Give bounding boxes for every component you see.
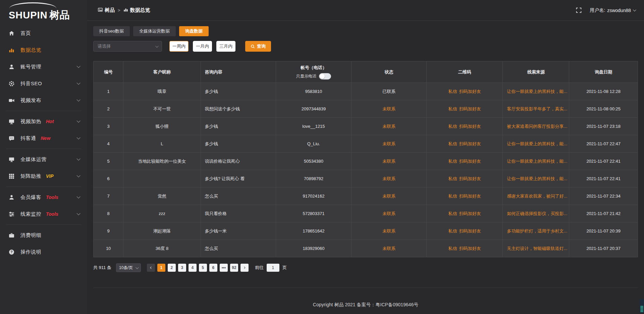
breadcrumb: 树品 > 数据总览 [98, 7, 150, 13]
breadcrumb-item-home[interactable]: 树品 [98, 7, 115, 13]
table-row: 6多少钱? 让我死心 看70898792未联系私信扫码加好友让你一眼就爱上的黑科… [94, 170, 638, 188]
user-menu[interactable]: 用户名: zswodun88 [590, 7, 635, 13]
tab-1[interactable]: 全媒体运营数据 [133, 26, 176, 36]
sidebar-item-sliders[interactable]: 线索监控Tools [0, 206, 87, 222]
sidebar-item-user[interactable]: 账号管理 [0, 58, 87, 75]
sidebar-item-question[interactable]: ?操作说明 [0, 244, 87, 260]
qr-cell: 私信扫码加好友 [427, 240, 503, 257]
sidebar-item-label: 抖音SEO [20, 81, 42, 87]
source-link[interactable]: 无主灯设计，智能磁吸轨道灯... [507, 246, 567, 251]
id-cell: 1 [94, 83, 123, 100]
qr-action-link[interactable]: 扫码加好友 [459, 141, 481, 147]
date-cell: 2021-11-08 12:28 [569, 83, 638, 100]
qr-action-link[interactable]: 扫码加好友 [459, 123, 481, 129]
source-link[interactable]: 让你一眼就爱上的黑科技，能... [507, 159, 567, 164]
sidebar-item-wallet[interactable]: 消费明细 [0, 227, 87, 244]
range-button-1[interactable]: 一月内 [193, 41, 212, 52]
inquiry-table: 编号客户昵称咨询内容帐号（电话）只显示电话状态二维码线索来源询盘日期 1哦章多少… [93, 61, 638, 257]
sidebar-item-chat[interactable]: 抖客通New [0, 130, 87, 147]
source-link[interactable]: 感谢大家喜欢我家，被问了好... [507, 194, 567, 199]
id-cell: 4 [94, 135, 123, 153]
sidebar-item-video[interactable]: 视频发布 [0, 92, 87, 109]
qr-action-link[interactable]: 私信 [448, 193, 457, 199]
sidebar: SHUPIN 树品 首页数据总览账号管理抖音SEO视频发布视频加热Hot抖客通N… [0, 0, 87, 314]
jump-label-after: 页 [282, 265, 287, 271]
qr-action-link[interactable]: 私信 [448, 158, 457, 164]
qr-action-link[interactable]: 私信 [448, 89, 457, 95]
page-size-select[interactable]: 10条/页 [116, 263, 141, 272]
phone-only-toggle[interactable] [319, 73, 331, 80]
page-button-1[interactable]: 1 [157, 264, 165, 272]
nickname-cell: 不可一世 [123, 100, 201, 118]
sidebar-item-home[interactable]: 首页 [0, 25, 87, 42]
filter-bar: 请选择 一周内一月内三月内 查询 [93, 41, 638, 52]
status-cell: 未联系 [352, 100, 427, 118]
qr-action-link[interactable]: 扫码加好友 [459, 211, 481, 217]
sidebar-badge: Tools [46, 195, 58, 200]
logo-cjk: 树品 [50, 10, 70, 20]
sidebar-item-chart[interactable]: 数据总览 [0, 42, 87, 58]
nickname-cell: 36度 8 [123, 240, 201, 257]
qr-action-link[interactable]: 私信 [448, 246, 457, 252]
breadcrumb-item-current[interactable]: 数据总览 [123, 7, 150, 13]
qr-action-link[interactable]: 扫码加好友 [459, 228, 481, 234]
source-link[interactable]: 让你一眼就爱上的黑科技，能... [507, 176, 567, 181]
chevron-left-icon [149, 266, 153, 269]
logo-latin: SHUPIN [9, 10, 48, 20]
sidebar-item-grid[interactable]: 矩阵助推VIP [0, 168, 87, 185]
prev-page-button[interactable] [147, 264, 155, 272]
table-row: 1036度 8怎么买183929060未联系私信扫码加好友无主灯设计，智能磁吸轨… [94, 240, 638, 257]
sidebar-item-label: 首页 [20, 30, 31, 37]
page-ellipsis-button[interactable]: ••• [220, 264, 228, 272]
page-button-6[interactable]: 6 [209, 264, 217, 272]
fullscreen-icon[interactable] [576, 7, 582, 13]
source-link[interactable]: 被大家追着问的客厅投影分享... [507, 124, 567, 129]
home-icon [9, 30, 15, 36]
source-link[interactable]: 多功能护栏灯，适用于乡村文... [507, 228, 567, 233]
qr-action-link[interactable]: 私信 [448, 123, 457, 129]
content: 抖音seo数据全媒体运营数据询盘数据 请选择 一周内一月内三月内 查询 编号客户… [87, 21, 644, 314]
source-link[interactable]: 让你一眼就爱上的黑科技，能... [507, 89, 567, 94]
qr-action-link[interactable]: 扫码加好友 [459, 158, 481, 164]
filter-select[interactable]: 请选择 [93, 41, 162, 52]
qr-action-link[interactable]: 私信 [448, 141, 457, 147]
sidebar-menu: 首页数据总览账号管理抖音SEO视频发布视频加热Hot抖客通New全媒体运营矩阵助… [0, 25, 87, 260]
next-page-button[interactable] [240, 264, 249, 272]
id-cell: 9 [94, 222, 123, 240]
tab-2[interactable]: 询盘数据 [179, 26, 209, 36]
qr-action-link[interactable]: 扫码加好友 [459, 176, 481, 182]
screen-icon [9, 118, 15, 124]
qr-action-link[interactable]: 私信 [448, 176, 457, 182]
page-button-92[interactable]: 92 [230, 264, 238, 272]
jump-page-input[interactable] [267, 264, 279, 272]
page-button-5[interactable]: 5 [199, 264, 207, 272]
sidebar-item-person[interactable]: 会员爆客Tools [0, 189, 87, 206]
range-button-0[interactable]: 一周内 [169, 41, 189, 52]
content-cell: 多少钱? 让我死心 看 [201, 170, 276, 188]
qr-action-link[interactable]: 扫码加好友 [459, 106, 481, 112]
sidebar-item-screen[interactable]: 视频加热Hot [0, 113, 87, 130]
floating-widget[interactable] [640, 299, 644, 313]
qr-action-link[interactable]: 扫码加好友 [459, 246, 481, 252]
qr-action-link[interactable]: 私信 [448, 106, 457, 112]
range-button-2[interactable]: 三月内 [216, 41, 235, 52]
page-button-3[interactable]: 3 [178, 264, 186, 272]
source-link[interactable]: 如何正确选择投影仪，买投影... [507, 211, 567, 216]
sidebar-item-label: 消费明细 [20, 232, 41, 239]
status-badge: 已联系 [382, 89, 395, 94]
page-button-4[interactable]: 4 [189, 264, 197, 272]
status-badge: 未联系 [382, 211, 395, 216]
qr-action-link[interactable]: 扫码加好友 [459, 89, 481, 95]
qr-action-link[interactable]: 私信 [448, 211, 457, 217]
page-jumper: 前往 页 [255, 264, 287, 272]
tab-0[interactable]: 抖音seo数据 [93, 26, 130, 36]
sidebar-item-gear[interactable]: 抖音SEO [0, 75, 87, 92]
qr-action-link[interactable]: 扫码加好友 [459, 193, 481, 199]
source-link[interactable]: 客厅安装投影半年多了，真实... [507, 106, 567, 111]
sidebar-item-monitor[interactable]: 全媒体运营 [0, 151, 87, 168]
qr-action-link[interactable]: 私信 [448, 228, 457, 234]
search-button[interactable]: 查询 [245, 41, 271, 52]
chat-icon [9, 135, 15, 141]
source-link[interactable]: 让你一眼就爱上的黑科技，能... [507, 141, 567, 146]
page-button-2[interactable]: 2 [168, 264, 176, 272]
